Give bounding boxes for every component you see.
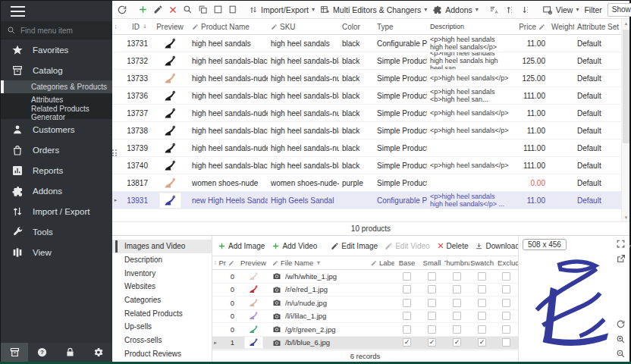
exclude-checkbox[interactable] (502, 312, 510, 320)
rotate-image-button[interactable] (616, 319, 626, 329)
add-image-button[interactable]: Add Image (218, 242, 265, 250)
edit-image-button[interactable]: Edit Image (331, 242, 378, 250)
column-header-preview[interactable]: Preview (240, 259, 266, 267)
image-row[interactable]: 0 /g/r/green_2.jpg (212, 323, 518, 337)
thumbnail-checkbox[interactable] (453, 312, 461, 320)
thumbnail-checkbox[interactable] (453, 325, 461, 334)
edit-video-button[interactable]: Edit Video (385, 242, 429, 250)
zoom-in-button[interactable] (616, 334, 626, 344)
duplicate-button[interactable] (198, 5, 208, 14)
exclude-checkbox[interactable] (502, 299, 510, 307)
column-header-preview[interactable]: Preview (156, 23, 184, 31)
sidebar-item-reports[interactable]: Reports (1, 160, 112, 180)
exclude-checkbox[interactable] (502, 285, 510, 293)
thumbnail-checkbox[interactable] (453, 272, 461, 281)
exclude-checkbox[interactable] (502, 325, 510, 334)
column-header-label[interactable]: Label (371, 259, 394, 267)
sidebar-item-orders[interactable]: Orders (1, 140, 112, 160)
sidebar-item-related-products-generator[interactable]: Related Products Generator (1, 106, 112, 119)
column-header-swatch[interactable]: Swatch (470, 259, 494, 267)
sidebar-item-customers[interactable]: Customers (1, 119, 112, 140)
addons-menu[interactable]: Addons▾ (432, 5, 479, 14)
table-row[interactable]: 13817 women shoes-nude women shoes-nude-… (112, 174, 621, 192)
edit-product-button[interactable] (153, 5, 163, 14)
base-checkbox[interactable] (403, 285, 411, 293)
column-header-base[interactable]: Base (399, 259, 416, 267)
column-header-exclude[interactable]: Exclude (494, 259, 518, 267)
tab-websites[interactable]: Websites (112, 280, 212, 293)
fullscreen-button[interactable] (616, 239, 626, 249)
tab-images-and-video[interactable]: Images and Video (112, 240, 212, 253)
sidebar-item-tools[interactable]: Tools (1, 221, 112, 242)
expand-rows-button[interactable] (505, 5, 516, 15)
import-export-menu[interactable]: Import/Export▾ (249, 5, 315, 14)
swatch-checkbox[interactable] (478, 312, 486, 320)
checkbox-select-button[interactable] (213, 5, 223, 14)
scrollbar-thumb[interactable] (623, 30, 629, 143)
thumbnail-checkbox[interactable] (453, 285, 461, 293)
row-drag-handle[interactable] (112, 149, 118, 157)
table-row[interactable]: 13740 high heel sandals-black-38 high he… (112, 157, 621, 174)
tab-up-sells[interactable]: Up-sells (112, 320, 212, 334)
sidebar-item-import-export[interactable]: Import / Export (1, 201, 112, 221)
thumbnail-checkbox[interactable] (453, 299, 461, 307)
open-external-button[interactable] (616, 254, 626, 264)
base-checkbox[interactable] (403, 325, 411, 334)
table-row[interactable]: 13732 high heel sandals-black high heel … (112, 52, 621, 70)
tab-related-products[interactable]: Related Products (112, 306, 212, 320)
table-row[interactable]: 13739 high heel sandals-nude-37 high hee… (112, 140, 621, 157)
swatch-checkbox[interactable] (478, 285, 486, 293)
image-row[interactable]: 0 /w/h/white_1.jpg (212, 270, 518, 284)
search-products-button[interactable] (183, 5, 193, 14)
column-header-sku[interactable]: SKU (271, 23, 296, 31)
image-row[interactable]: 0 /r/e/red_1.jpg (212, 284, 518, 297)
add-product-button[interactable] (138, 5, 148, 14)
table-row[interactable]: 13737 high heel sandals-nude-36 high hee… (112, 105, 621, 122)
multi-editors-menu[interactable]: Multi Editors & Changers▾ (320, 5, 427, 14)
base-checkbox[interactable] (403, 312, 411, 320)
scroll-up-arrow[interactable]: ▲ (622, 19, 630, 27)
exclude-checkbox[interactable] (502, 272, 510, 281)
table-row-selected[interactable]: ▸ 13931 new High Heels Sandals High Geel… (112, 192, 621, 209)
column-header-weight[interactable]: Weight (551, 23, 574, 31)
base-checkbox[interactable] (403, 272, 411, 281)
table-row[interactable]: 13733 high heel sandals-nude high heel s… (112, 70, 621, 87)
thumbnail-checkbox[interactable]: ✓ (453, 338, 461, 347)
column-header-color[interactable]: Color (342, 23, 360, 31)
tab-inventory[interactable]: Inventory (112, 266, 212, 280)
column-config-icon[interactable]: ⁞ (212, 256, 218, 269)
column-header-type[interactable]: Type (377, 23, 394, 31)
column-header-description[interactable]: Description (430, 23, 464, 30)
menu-search-input[interactable] (20, 27, 96, 35)
column-header-attribute-set[interactable]: Attribute Set Name (577, 23, 621, 31)
table-row[interactable]: 13738 high heel sandals-black-37 high he… (112, 122, 621, 140)
image-row-selected[interactable]: ▸ 1 /b/l/blue_6.jpg ✓ ✓ ✓ ✓ (212, 337, 518, 350)
sort-columns-button[interactable]: A (489, 5, 500, 15)
sidebar-search[interactable] (1, 22, 112, 39)
table-row[interactable]: 13736 high heel sandals-black-36 high he… (112, 87, 621, 105)
view-menu[interactable]: View▾ (542, 5, 579, 15)
paste-special-button[interactable] (228, 5, 238, 14)
help-button[interactable]: ? (28, 343, 56, 362)
sidebar-item-categories-products[interactable]: Categories & Products (1, 80, 112, 93)
swatch-checkbox[interactable] (478, 325, 486, 334)
filter-select[interactable]: Show products from selected categories ▾ (607, 3, 631, 17)
delete-image-button[interactable]: Delete (437, 242, 469, 250)
grid-vertical-scrollbar[interactable]: ▲ ▼ (621, 19, 629, 221)
swatch-checkbox[interactable]: ✓ (478, 338, 486, 347)
settings-button[interactable] (84, 343, 112, 362)
column-header-price[interactable]: Price (519, 23, 545, 31)
column-header-position[interactable]: Pr (219, 259, 235, 267)
add-video-button[interactable]: Add Video (272, 242, 317, 250)
small-checkbox[interactable] (428, 312, 436, 320)
small-checkbox[interactable] (428, 325, 436, 334)
base-checkbox[interactable]: ✓ (403, 338, 411, 347)
column-config-icon[interactable]: ⁞ (112, 19, 119, 34)
small-checkbox[interactable]: ✓ (428, 338, 436, 347)
column-header-small[interactable]: Small (423, 259, 441, 267)
zoom-out-button[interactable] (616, 349, 626, 359)
delete-product-button[interactable] (168, 5, 177, 14)
image-row[interactable]: 0 /n/u/nude.jpg (212, 297, 518, 310)
store-button[interactable] (1, 343, 28, 362)
small-checkbox[interactable] (428, 272, 436, 281)
